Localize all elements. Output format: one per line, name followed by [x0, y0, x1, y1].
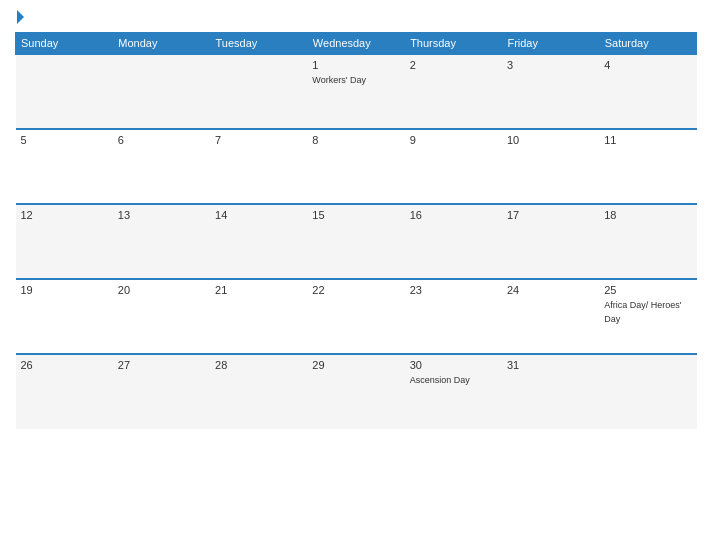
calendar-cell	[16, 54, 113, 129]
calendar-cell: 8	[307, 129, 404, 204]
calendar-cell: 25Africa Day/ Heroes' Day	[599, 279, 696, 354]
weekday-header-tuesday: Tuesday	[210, 33, 307, 55]
day-number: 25	[604, 284, 691, 296]
day-number: 5	[21, 134, 108, 146]
day-number: 21	[215, 284, 302, 296]
calendar-cell: 1Workers' Day	[307, 54, 404, 129]
calendar-cell: 19	[16, 279, 113, 354]
event-text: Ascension Day	[410, 375, 470, 385]
day-number: 15	[312, 209, 399, 221]
calendar-cell: 2	[405, 54, 502, 129]
week-row-5: 2627282930Ascension Day31	[16, 354, 697, 429]
calendar-cell: 10	[502, 129, 599, 204]
day-number: 24	[507, 284, 594, 296]
week-row-3: 12131415161718	[16, 204, 697, 279]
calendar-cell: 22	[307, 279, 404, 354]
day-number: 9	[410, 134, 497, 146]
day-number: 23	[410, 284, 497, 296]
calendar-cell: 28	[210, 354, 307, 429]
weekday-header-friday: Friday	[502, 33, 599, 55]
day-number: 17	[507, 209, 594, 221]
calendar-cell: 17	[502, 204, 599, 279]
event-text: Africa Day/ Heroes' Day	[604, 300, 681, 324]
week-row-1: 1Workers' Day234	[16, 54, 697, 129]
day-number: 7	[215, 134, 302, 146]
day-number: 2	[410, 59, 497, 71]
weekday-header-wednesday: Wednesday	[307, 33, 404, 55]
calendar-cell	[113, 54, 210, 129]
calendar-cell: 23	[405, 279, 502, 354]
day-number: 11	[604, 134, 691, 146]
calendar-cell: 21	[210, 279, 307, 354]
calendar-page: SundayMondayTuesdayWednesdayThursdayFrid…	[0, 0, 712, 550]
calendar-table: SundayMondayTuesdayWednesdayThursdayFrid…	[15, 32, 697, 429]
calendar-cell	[599, 354, 696, 429]
day-number: 22	[312, 284, 399, 296]
weekday-header-saturday: Saturday	[599, 33, 696, 55]
week-row-4: 19202122232425Africa Day/ Heroes' Day	[16, 279, 697, 354]
day-number: 28	[215, 359, 302, 371]
day-number: 8	[312, 134, 399, 146]
calendar-cell: 7	[210, 129, 307, 204]
day-number: 19	[21, 284, 108, 296]
calendar-cell: 16	[405, 204, 502, 279]
day-number: 27	[118, 359, 205, 371]
calendar-cell: 6	[113, 129, 210, 204]
day-number: 20	[118, 284, 205, 296]
day-number: 1	[312, 59, 399, 71]
day-number: 10	[507, 134, 594, 146]
calendar-cell: 26	[16, 354, 113, 429]
calendar-cell: 20	[113, 279, 210, 354]
day-number: 14	[215, 209, 302, 221]
calendar-cell	[210, 54, 307, 129]
day-number: 6	[118, 134, 205, 146]
weekday-header-sunday: Sunday	[16, 33, 113, 55]
day-number: 18	[604, 209, 691, 221]
day-number: 31	[507, 359, 594, 371]
logo	[15, 10, 24, 24]
calendar-cell: 29	[307, 354, 404, 429]
calendar-cell: 9	[405, 129, 502, 204]
calendar-cell: 11	[599, 129, 696, 204]
calendar-cell: 31	[502, 354, 599, 429]
calendar-cell: 3	[502, 54, 599, 129]
calendar-cell: 30Ascension Day	[405, 354, 502, 429]
calendar-cell: 5	[16, 129, 113, 204]
day-number: 12	[21, 209, 108, 221]
calendar-cell: 4	[599, 54, 696, 129]
event-text: Workers' Day	[312, 75, 366, 85]
day-number: 4	[604, 59, 691, 71]
day-number: 30	[410, 359, 497, 371]
week-row-2: 567891011	[16, 129, 697, 204]
calendar-cell: 27	[113, 354, 210, 429]
day-number: 26	[21, 359, 108, 371]
calendar-cell: 14	[210, 204, 307, 279]
calendar-cell: 13	[113, 204, 210, 279]
calendar-cell: 12	[16, 204, 113, 279]
day-number: 16	[410, 209, 497, 221]
weekday-header-monday: Monday	[113, 33, 210, 55]
weekday-header-thursday: Thursday	[405, 33, 502, 55]
calendar-cell: 24	[502, 279, 599, 354]
calendar-header	[15, 10, 697, 24]
calendar-cell: 15	[307, 204, 404, 279]
day-number: 29	[312, 359, 399, 371]
weekday-header-row: SundayMondayTuesdayWednesdayThursdayFrid…	[16, 33, 697, 55]
logo-flag-icon	[17, 10, 24, 24]
day-number: 13	[118, 209, 205, 221]
day-number: 3	[507, 59, 594, 71]
calendar-cell: 18	[599, 204, 696, 279]
